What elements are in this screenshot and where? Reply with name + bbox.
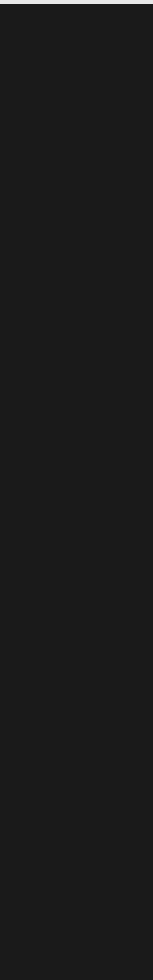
chart-area bbox=[0, 4, 153, 968]
site-title bbox=[0, 0, 153, 4]
